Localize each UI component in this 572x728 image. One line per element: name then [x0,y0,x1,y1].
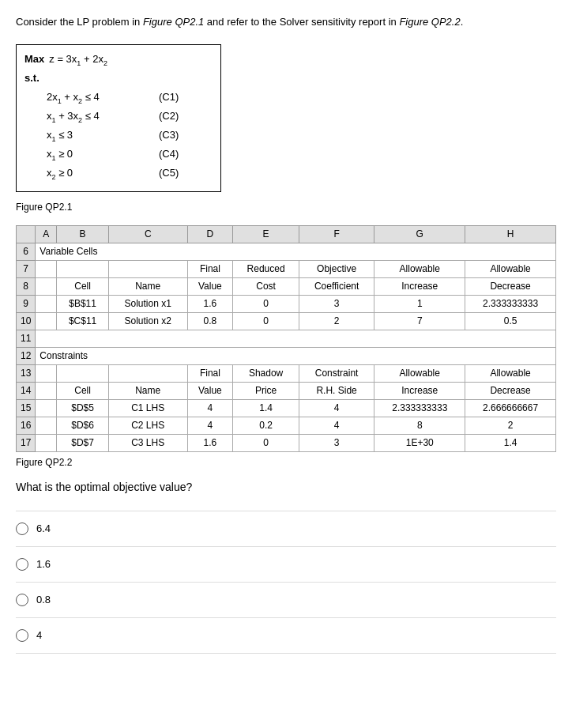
col-head-c: C [108,225,187,243]
increase-c2: 8 [374,417,465,434]
cell-c3: $D$7 [57,434,109,451]
radio-1-6[interactable] [16,558,28,571]
radio-6-4[interactable] [16,522,28,535]
increase-x2: 7 [374,312,465,330]
choice-0-8[interactable]: 0.8 [16,583,556,618]
constraint-c1-label: (C1) [159,89,179,108]
constraint-c5-expr: x2 ≥ 0 [47,164,149,183]
decrease-c2: 2 [465,417,556,434]
row-num-17: 17 [17,434,36,451]
name-c1: C1 LHS [108,399,187,417]
value-x2: 0.8 [187,312,233,330]
table-row: 11 [17,330,556,347]
price-c2: 0.2 [233,417,299,434]
name-x1: Solution x1 [108,295,187,312]
value-col-label: Value [187,277,233,295]
col-head-e: E [233,225,299,243]
value-col-label-c: Value [187,382,233,399]
row-num-16: 16 [17,417,36,434]
answer-choices: 6.4 1.6 0.8 4 [16,511,556,654]
row-num-14: 14 [17,382,36,399]
constraint-label: Constraint [299,364,374,382]
increase-x1: 1 [374,295,465,312]
cell-c1: $D$5 [57,399,109,417]
coeff-x1: 3 [299,295,374,312]
col-head-a: A [36,225,57,243]
decrease-c1: 2.666666667 [465,399,556,417]
cost-x2: 0 [233,312,299,330]
price-c1: 1.4 [233,399,299,417]
increase-col-label-c: Increase [374,382,465,399]
table-row: 7 Final Reduced Objective Allowable Allo… [17,260,556,277]
price-col-label: Price [233,382,299,399]
constraint-c3-label: (C3) [159,126,179,145]
cost-col-label: Cost [233,277,299,295]
final-label-c: Final [187,364,233,382]
row-num-8: 8 [17,277,36,295]
constraints-list: 2x1 + x2 ≤ 4 (C1) x1 + 3x2 ≤ 4 (C2) x1 ≤… [47,89,208,183]
table-row: 10 $C$11 Solution x2 0.8 0 2 7 0.5 [17,312,556,330]
constraint-c4-expr: x1 ≥ 0 [47,145,149,164]
figure-qp2-1-label: Figure QP2.1 [16,202,556,213]
value-x1: 1.6 [187,295,233,312]
constraint-c3-expr: x1 ≤ 3 [47,126,149,145]
constraint-c5-label: (C5) [159,164,179,183]
allowable-label-h13: Allowable [465,364,556,382]
rhs-c2: 4 [299,417,374,434]
table-row: 12 Constraints [17,347,556,364]
lp-problem-box: Max z = 3x1 + 2x2 s.t. 2x1 + x2 ≤ 4 (C1)… [16,44,221,192]
constraint-c2-label: (C2) [159,108,179,126]
decrease-x2: 0.5 [465,312,556,330]
rhs-col-label: R.H. Side [299,382,374,399]
choice-6-4[interactable]: 6.4 [16,511,556,547]
allowable-label-g13: Allowable [374,364,465,382]
table-row: 15 $D$5 C1 LHS 4 1.4 4 2.333333333 2.666… [17,399,556,417]
constraint-c2-expr: x1 + 3x2 ≤ 4 [47,108,149,126]
choice-1-6[interactable]: 1.6 [16,547,556,583]
shadow-label: Shadow [233,364,299,382]
row-num-7: 7 [17,260,36,277]
table-row: 14 Cell Name Value Price R.H. Side Incre… [17,382,556,399]
allowable-label-g7: Allowable [374,260,465,277]
choice-4[interactable]: 4 [16,618,556,654]
table-row: 17 $D$7 C3 LHS 1.6 0 3 1E+30 1.4 [17,434,556,451]
row-num-10: 10 [17,312,36,330]
decrease-col-label-c: Decrease [465,382,556,399]
row-num-9: 9 [17,295,36,312]
rhs-c3: 3 [299,434,374,451]
rhs-c1: 4 [299,399,374,417]
name-col-label-c: Name [108,382,187,399]
value-c1: 4 [187,399,233,417]
coeff-x2: 2 [299,312,374,330]
choice-4-label: 4 [36,629,42,641]
sensitivity-report-table: A B C D E F G H 6 Variable Cells 7 Final… [16,225,556,452]
row-num-12: 12 [17,347,36,364]
allowable-label-h7: Allowable [465,260,556,277]
radio-0-8[interactable] [16,594,28,606]
value-c2: 4 [187,417,233,434]
increase-c3: 1E+30 [374,434,465,451]
name-col-label: Name [108,277,187,295]
col-head-row [17,225,36,243]
constraint-c4-label: (C4) [159,145,179,164]
name-x2: Solution x2 [108,312,187,330]
final-label-vc: Final [187,260,233,277]
row-num-13: 13 [17,364,36,382]
max-label: Max [24,53,44,67]
objective-label: Objective [299,260,374,277]
col-head-h: H [465,225,556,243]
decrease-col-label-vc: Decrease [465,277,556,295]
price-c3: 0 [233,434,299,451]
constraint-c1-expr: 2x1 + x2 ≤ 4 [47,89,149,108]
name-c3: C3 LHS [108,434,187,451]
row-num-11: 11 [17,330,36,347]
increase-c1: 2.333333333 [374,399,465,417]
question-text: What is the optimal objective value? [16,481,556,493]
table-row: 16 $D$6 C2 LHS 4 0.2 4 8 2 [17,417,556,434]
table-row: 13 Final Shadow Constraint Allowable All… [17,364,556,382]
cell-col-label: Cell [57,277,109,295]
figure-qp2-2-label: Figure QP2.2 [16,457,556,468]
row-num-6: 6 [17,243,36,260]
radio-4[interactable] [16,629,28,642]
coefficient-col-label: Coefficient [299,277,374,295]
